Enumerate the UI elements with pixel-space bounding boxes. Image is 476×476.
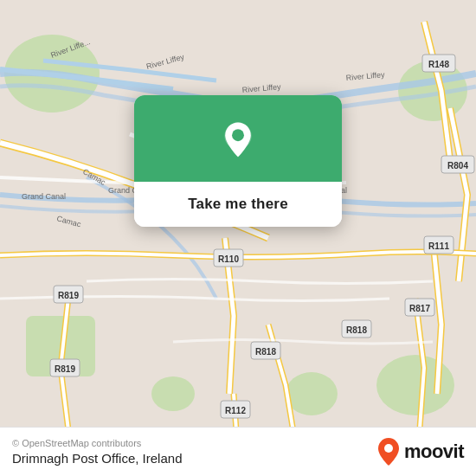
svg-text:R818: R818 (346, 325, 367, 335)
svg-point-5 (286, 372, 338, 415)
svg-text:R111: R111 (428, 241, 449, 251)
bottom-bar: © OpenStreetMap contributors Drimnagh Po… (0, 427, 476, 476)
svg-point-6 (151, 376, 195, 411)
svg-text:R804: R804 (447, 161, 468, 170)
moovit-brand-text: moovit (404, 441, 464, 463)
map-background: R148 R804 R111 R817 R819 R819 R110 R818 … (0, 0, 476, 476)
bottom-left-info: © OpenStreetMap contributors Drimnagh Po… (12, 438, 182, 466)
location-pin-icon (215, 119, 261, 164)
svg-text:R110: R110 (218, 254, 239, 264)
popup-header (134, 95, 342, 182)
map-container: R148 R804 R111 R817 R819 R819 R110 R818 … (0, 0, 476, 476)
take-me-there-button[interactable]: Take me there (134, 182, 342, 227)
svg-point-4 (376, 355, 454, 415)
svg-point-39 (232, 129, 244, 141)
location-name: Drimnagh Post Office, Ireland (12, 451, 182, 466)
svg-text:Grand Canal: Grand Canal (22, 192, 66, 201)
moovit-logo: moovit (376, 436, 464, 467)
svg-text:R148: R148 (428, 60, 449, 69)
popup-card: Take me there (134, 95, 342, 227)
svg-point-40 (384, 444, 393, 453)
moovit-pin-icon (376, 436, 401, 467)
svg-text:R819: R819 (55, 364, 75, 374)
svg-text:R819: R819 (58, 291, 79, 300)
svg-text:R112: R112 (225, 406, 246, 415)
svg-text:R818: R818 (255, 347, 276, 357)
copyright-text: © OpenStreetMap contributors (12, 438, 182, 448)
svg-text:R817: R817 (409, 304, 430, 313)
